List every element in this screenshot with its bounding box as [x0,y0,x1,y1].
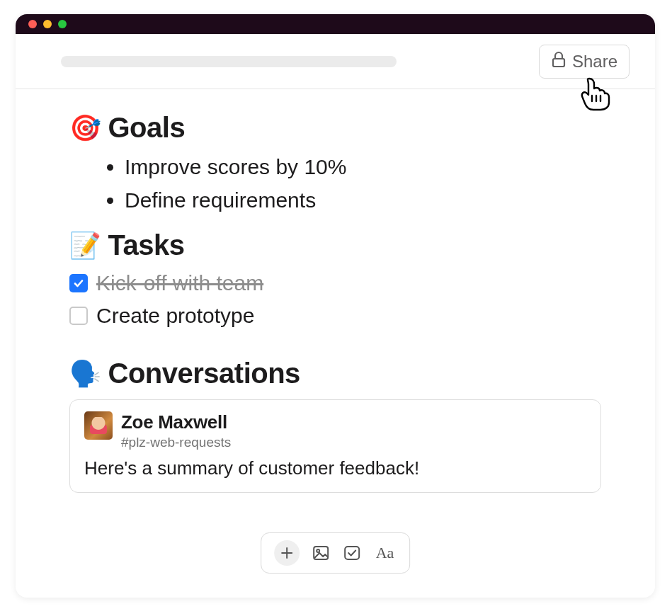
image-icon[interactable] [311,543,331,563]
share-label: Share [572,52,617,72]
canvas-window: Share 🎯 Goals Improve scores by 10% Defi… [16,14,655,598]
text-format-icon[interactable]: Aa [373,544,397,562]
message-body: Here's a summary of customer feedback! [84,457,586,479]
message-card[interactable]: Zoe Maxwell #plz-web-requests Here's a s… [69,399,601,493]
goals-heading: 🎯 Goals [69,112,601,144]
share-button[interactable]: Share [539,45,630,79]
list-item[interactable]: Define requirements [125,184,601,217]
goals-list: Improve scores by 10% Define requirement… [69,151,601,217]
task-label: Kick-off with team [96,271,263,295]
formatting-toolbar: Aa [261,532,411,574]
window-zoom-icon[interactable] [58,20,67,28]
task-row[interactable]: Kick-off with team [69,268,601,301]
conversations-heading: 🗣️ Conversations [69,358,601,389]
svg-rect-0 [553,59,564,67]
tasks-title: Tasks [108,229,185,261]
goals-title: Goals [108,112,186,144]
task-label: Create prototype [96,304,254,328]
window-close-icon[interactable] [28,20,37,28]
message-channel: #plz-web-requests [121,435,231,450]
svg-point-2 [317,549,319,552]
target-icon: 🎯 [69,113,101,143]
task-row[interactable]: Create prototype [69,301,601,333]
checkbox-unchecked-icon[interactable] [69,307,88,325]
document-body[interactable]: 🎯 Goals Improve scores by 10% Define req… [16,89,655,493]
conversations-title: Conversations [108,358,300,389]
window-titlebar [16,14,655,34]
avatar [84,411,113,440]
lock-icon [551,51,566,72]
checklist-icon[interactable] [342,543,362,563]
list-item[interactable]: Improve scores by 10% [125,151,601,184]
speaking-head-icon: 🗣️ [69,359,101,389]
document-toolbar: Share [16,34,655,89]
memo-icon: 📝 [69,231,101,261]
document-title-placeholder[interactable] [61,56,397,67]
tasks-heading: 📝 Tasks [69,229,601,261]
window-minimize-icon[interactable] [43,20,52,28]
checkbox-checked-icon[interactable] [69,274,88,292]
svg-rect-3 [345,547,359,559]
message-author: Zoe Maxwell [121,411,231,433]
add-button[interactable] [274,540,300,566]
